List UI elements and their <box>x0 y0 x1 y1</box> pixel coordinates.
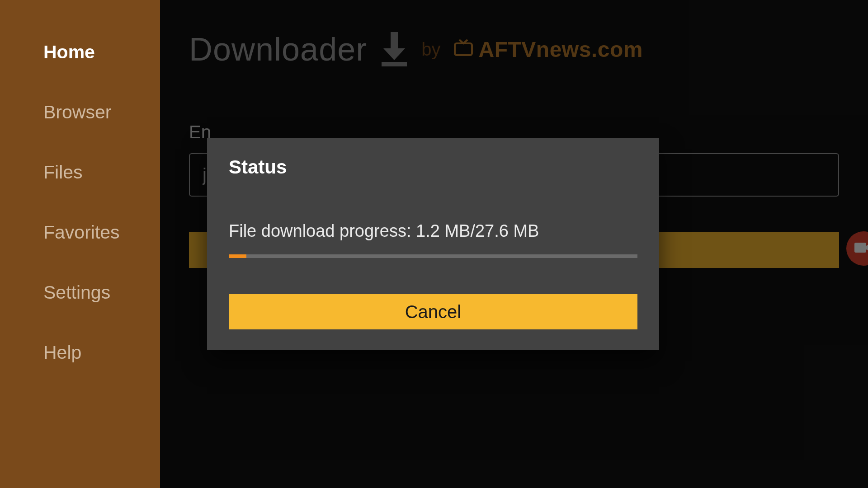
sidebar-item-files[interactable]: Files <box>43 162 160 183</box>
progress-text: File download progress: 1.2 MB/27.6 MB <box>229 221 637 241</box>
sidebar-item-browser[interactable]: Browser <box>43 102 160 123</box>
sidebar-item-favorites[interactable]: Favorites <box>43 222 160 243</box>
sidebar-item-home[interactable]: Home <box>43 42 160 63</box>
sidebar-item-settings[interactable]: Settings <box>43 282 160 303</box>
main-content: Downloader by AFTVnews.com <box>160 0 868 488</box>
progress-fill <box>229 254 246 258</box>
progress-bar <box>229 254 637 258</box>
cancel-button[interactable]: Cancel <box>229 294 637 329</box>
status-dialog: Status File download progress: 1.2 MB/27… <box>207 138 659 350</box>
sidebar-item-help[interactable]: Help <box>43 342 160 363</box>
modal-overlay: Status File download progress: 1.2 MB/27… <box>160 0 868 488</box>
dialog-title: Status <box>229 156 637 178</box>
sidebar: Home Browser Files Favorites Settings He… <box>0 0 160 488</box>
